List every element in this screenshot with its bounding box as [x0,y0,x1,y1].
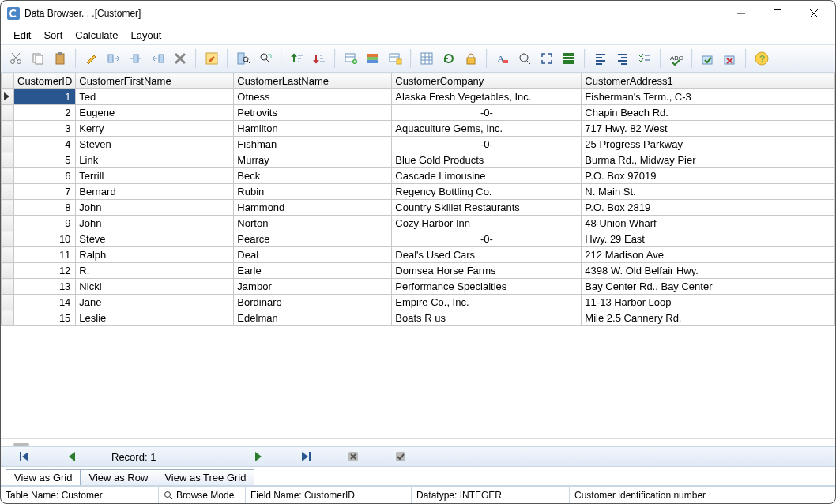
col-customer-id[interactable]: CustomerID [14,73,76,89]
row-handle[interactable] [2,121,14,137]
row-handle[interactable] [2,279,14,295]
table-row[interactable]: 7BernardRubinRegency Bottling Co.N. Main… [2,184,835,200]
grid-icon[interactable] [416,48,437,69]
tab-view-grid[interactable]: View as Grid [6,469,81,485]
fullscreen-icon[interactable] [537,48,557,69]
cell-first-name[interactable]: Steve [76,231,234,247]
prev-record-button[interactable] [64,449,80,464]
help-icon[interactable]: ? [751,48,772,69]
table-row[interactable]: 15LeslieEdelmanBoats R usMile 2.5 Canner… [2,310,835,326]
align-right-icon[interactable] [612,48,633,69]
row-handle[interactable] [2,184,14,200]
cell-company[interactable]: Boats R us [392,310,582,326]
cell-customer-id[interactable]: 6 [14,168,76,184]
table-row[interactable]: 1TedOtnessAlaska Fresh Vegetables, Inc.F… [2,89,835,105]
cell-company[interactable]: Country Skillet Restaurants [392,200,582,216]
cell-last-name[interactable]: Hammond [234,200,392,216]
minimize-button[interactable] [723,2,759,25]
cell-address[interactable]: Hwy. 29 East [582,231,835,247]
cell-customer-id[interactable]: 4 [14,137,76,152]
row-handle[interactable] [2,152,14,168]
cell-customer-id[interactable]: 9 [14,216,76,231]
select-all-icon[interactable] [559,48,579,69]
cell-company[interactable]: Aquaculture Gems, Inc. [392,121,582,137]
cell-first-name[interactable]: Leslie [76,310,234,326]
cell-customer-id[interactable]: 5 [14,152,76,168]
cell-address[interactable]: N. Main St. [582,184,835,200]
row-handle[interactable] [2,295,14,310]
lock-icon[interactable] [461,48,481,69]
cell-address[interactable]: 25 Progress Parkway [582,137,835,152]
sort-desc-icon[interactable] [309,48,330,69]
insert-right-icon[interactable] [104,48,124,69]
row-handle[interactable] [2,200,14,216]
cell-address[interactable]: 212 Madison Ave. [582,247,835,263]
table-row[interactable]: 5LinkMurrayBlue Gold ProductsBurma Rd., … [2,152,835,168]
cell-address[interactable]: P.O. Box 97019 [582,168,835,184]
cell-first-name[interactable]: Nicki [76,279,234,295]
zoom-icon[interactable] [514,48,535,69]
cell-customer-id[interactable]: 8 [14,200,76,216]
row-handle[interactable] [2,247,14,263]
approve-icon[interactable] [698,48,718,69]
cell-first-name[interactable]: Ted [76,89,234,105]
col-company[interactable]: CustomerCompany [392,73,582,89]
row-handle[interactable] [2,310,14,326]
table-row[interactable]: 11RalphDealDeal's Used Cars212 Madison A… [2,247,835,263]
cell-company[interactable]: -0- [392,105,582,121]
cell-address[interactable]: Chapin Beach Rd. [582,105,835,121]
font-icon[interactable]: A [492,48,513,69]
cell-address[interactable]: 717 Hwy. 82 West [582,121,835,137]
cell-company[interactable]: Deal's Used Cars [392,247,582,263]
paste-icon[interactable] [50,48,70,69]
table-row[interactable]: 6TerrillBeckCascade LimousineP.O. Box 97… [2,168,835,184]
checklist-icon[interactable] [635,48,655,69]
table-row[interactable]: 2EugenePetrovits-0-Chapin Beach Rd. [2,105,835,121]
cell-address[interactable]: Bay Center Rd., Bay Center [582,279,835,295]
cell-customer-id[interactable]: 7 [14,184,76,200]
cell-company[interactable]: Empire Co., Inc. [392,295,582,310]
table-tools-icon[interactable] [385,48,405,69]
table-row[interactable]: 12R.EarleDomsea Horse Farms4398 W. Old B… [2,263,835,279]
cell-last-name[interactable]: Earle [234,263,392,279]
edit-record-icon[interactable] [201,48,222,69]
sort-asc-icon[interactable] [287,48,307,69]
table-color-icon[interactable] [363,48,383,69]
col-last-name[interactable]: CustomerLastName [234,73,392,89]
cell-customer-id[interactable]: 2 [14,105,76,121]
cell-address[interactable]: Burma Rd., Midway Pier [582,152,835,168]
cell-company[interactable]: Alaska Fresh Vegetables, Inc. [392,89,582,105]
cell-first-name[interactable]: Bernard [76,184,234,200]
row-handle[interactable] [2,105,14,121]
row-handle-header[interactable] [2,73,14,89]
cell-customer-id[interactable]: 1 [14,89,76,105]
table-row[interactable]: 3KerryHamiltonAquaculture Gems, Inc.717 … [2,121,835,137]
delete-icon[interactable] [170,48,190,69]
cell-company[interactable]: Blue Gold Products [392,152,582,168]
cell-customer-id[interactable]: 13 [14,279,76,295]
cell-address[interactable]: Fisherman's Term., C-3 [582,89,835,105]
cell-customer-id[interactable]: 12 [14,263,76,279]
accept-nav-button[interactable] [393,449,409,464]
splitter[interactable] [1,438,835,446]
row-handle[interactable] [2,263,14,279]
maximize-button[interactable] [759,2,796,25]
next-record-button[interactable] [250,449,266,464]
insert-split-icon[interactable] [126,48,146,69]
table-row[interactable]: 8JohnHammondCountry Skillet RestaurantsP… [2,200,835,216]
cell-address[interactable]: 11-13 Harbor Loop [582,295,835,310]
cell-company[interactable]: Performance Specialties [392,279,582,295]
cell-last-name[interactable]: Murray [234,152,392,168]
col-first-name[interactable]: CustomerFirstName [76,73,234,89]
table-row[interactable]: 4StevenFishman-0-25 Progress Parkway [2,137,835,152]
cell-last-name[interactable]: Hamilton [234,121,392,137]
table-row[interactable]: 14JaneBordinaroEmpire Co., Inc.11-13 Har… [2,295,835,310]
cell-first-name[interactable]: Terrill [76,168,234,184]
row-handle[interactable] [2,137,14,152]
cell-customer-id[interactable]: 10 [14,231,76,247]
cell-company[interactable]: Cozy Harbor Inn [392,216,582,231]
cell-last-name[interactable]: Otness [234,89,392,105]
find-icon[interactable] [233,48,254,69]
cell-first-name[interactable]: Link [76,152,234,168]
row-handle[interactable] [2,216,14,231]
